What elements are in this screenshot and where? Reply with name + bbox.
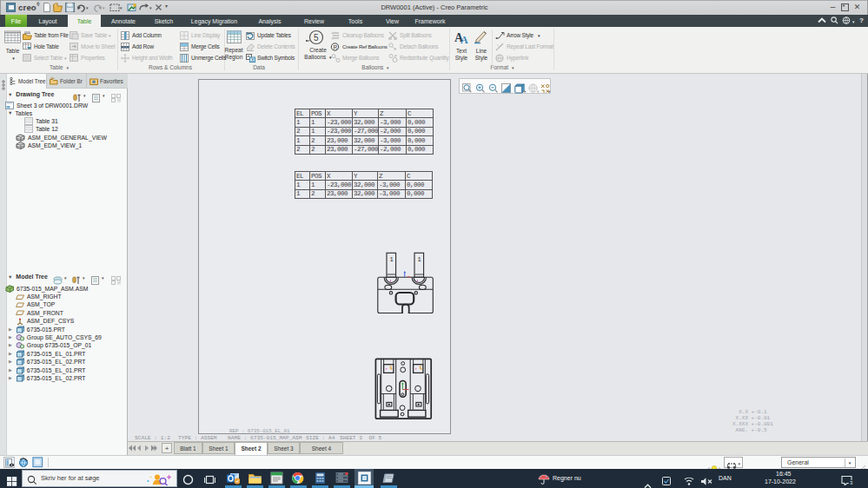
svg-text:1: 1 (418, 256, 421, 263)
svg-text:R: R (334, 43, 338, 49)
svg-text:1: 1 (390, 256, 394, 263)
svg-text:5: 5 (314, 33, 319, 43)
svg-text:A: A (461, 34, 468, 44)
